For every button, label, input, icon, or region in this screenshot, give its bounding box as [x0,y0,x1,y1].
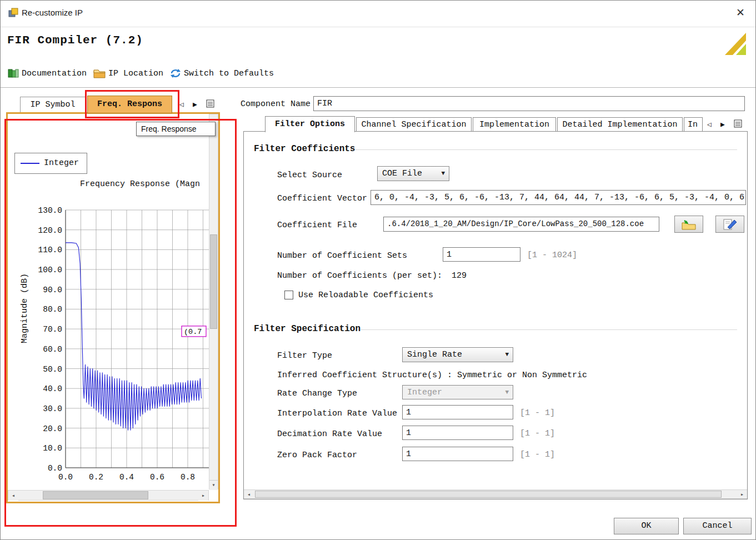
options-horizontal-scrollbar[interactable]: ◂ ▸ [244,489,747,499]
chart-horizontal-scrollbar-thumb[interactable] [43,491,148,499]
close-icon[interactable]: ✕ [736,6,745,19]
tab-implementation[interactable]: Implementation [473,117,556,132]
zero-pack-factor-label: Zero Pack Factor [277,451,357,460]
ok-button[interactable]: OK [614,518,679,534]
chevron-down-icon: ▼ [505,386,509,399]
edit-coefficient-file-button[interactable] [715,216,744,233]
chevron-down-icon: ▼ [505,348,509,362]
filter-coefficients-section-title: Filter Coefficients [254,144,355,154]
zero-pack-factor-range: [1 - 1] [520,450,555,459]
svg-text:120.0: 120.0 [38,226,62,235]
svg-text:0.4: 0.4 [119,473,134,482]
title-bar: Re-customize IP ✕ [1,1,755,27]
svg-text:50.0: 50.0 [43,365,62,374]
chart-scroll-left-icon[interactable]: ◂ [8,491,18,501]
svg-text:70.0: 70.0 [43,325,62,334]
cancel-button[interactable]: Cancel [683,518,752,534]
svg-text:(0.7: (0.7 [184,328,202,336]
num-coefficient-sets-label: Number of Coefficient Sets [277,251,407,261]
interpolation-rate-label: Interpolation Rate Value [277,409,397,418]
use-reloadable-coefficients-checkbox[interactable] [284,291,293,299]
svg-text:110.0: 110.0 [38,246,62,254]
tab-ip-symbol[interactable]: IP Symbol [20,97,86,113]
documentation-icon [7,68,19,82]
svg-text:0.6: 0.6 [150,473,164,482]
svg-text:0.8: 0.8 [181,473,195,482]
zero-pack-factor-input[interactable]: 1 [402,447,513,461]
recustomize-ip-window: { "window": { "title": "Re-customize IP"… [0,0,756,540]
toolbar-documentation[interactable]: Documentation [22,69,87,78]
freq-response-chart: 0.010.020.030.040.050.060.070.080.090.01… [34,189,209,483]
chart-vertical-scrollbar-thumb[interactable] [210,234,217,329]
freq-response-panel: Integer Frequency Response (Magn Magnitu… [6,112,220,503]
tab-freq-response[interactable]: Freq. Respons [87,96,172,113]
interpolation-rate-input[interactable]: 1 [402,405,513,419]
right-tab-list-icon[interactable] [734,119,742,131]
decimation-rate-input[interactable]: 1 [402,426,513,440]
edit-pencil-icon [723,218,737,231]
filter-type-dropdown[interactable]: Single Rate ▼ [402,347,513,362]
filter-specification-section-title: Filter Specification [254,324,361,334]
legend-label: Integer [44,158,79,168]
right-tab-next-icon[interactable]: ▶ [720,120,725,129]
svg-text:0.0: 0.0 [48,464,62,473]
browse-coefficient-file-button[interactable] [674,216,703,233]
inferred-structure-text: Inferred Coefficient Structure(s) : Symm… [277,371,587,380]
options-horizontal-scrollbar-thumb[interactable] [255,491,722,498]
svg-text:100.0: 100.0 [38,266,62,274]
window-icon [8,7,19,21]
svg-text:0.2: 0.2 [89,473,103,482]
decimation-rate-range: [1 - 1] [520,429,555,438]
toolbar-separator [1,87,755,88]
select-source-dropdown[interactable]: COE File ▼ [377,166,449,181]
chart-legend: Integer [14,153,87,174]
svg-text:0.0: 0.0 [58,473,73,482]
open-folder-icon [681,218,697,231]
window-title: Re-customize IP [22,8,83,17]
chart-scroll-down-icon[interactable]: ▾ [209,480,218,490]
toolbar-ip-location[interactable]: IP Location [108,69,163,78]
filter-options-panel: Filter Coefficients Select Source COE Fi… [243,131,748,499]
svg-text:60.0: 60.0 [43,345,62,354]
svg-text:80.0: 80.0 [43,305,62,314]
decimation-rate-label: Decimation Rate Value [277,429,382,439]
left-tab-prev-icon[interactable]: ◁ [179,100,184,109]
page-title: FIR Compiler (7.2) [7,34,143,47]
legend-line-sample [21,163,39,164]
section-divider-2 [361,329,737,330]
tab-filter-options[interactable]: Filter Options [265,116,355,132]
component-name-input[interactable]: FIR [313,96,745,111]
left-tab-list-icon[interactable] [206,99,214,111]
chart-title: Frequency Response (Magn [80,179,200,189]
svg-text:10.0: 10.0 [43,444,62,453]
tab-in-truncated[interactable]: In [684,117,703,132]
tab-channel-specification[interactable]: Channel Specification [356,117,472,132]
num-coefficient-sets-input[interactable]: 1 [443,247,520,262]
left-tab-next-icon[interactable]: ▶ [193,100,197,109]
tooltip-freq-response: Freq. Response [136,122,216,136]
options-scroll-right-icon[interactable]: ▸ [737,490,747,498]
chart-vertical-scrollbar[interactable]: ▾ [209,114,218,489]
chevron-down-icon: ▼ [441,167,445,181]
coefficient-file-label: Coefficient File [277,221,357,230]
svg-text:130.0: 130.0 [38,206,62,215]
right-tab-prev-icon[interactable]: ◁ [707,120,712,129]
toolbar: Documentation IP Location Switch to Defa… [1,64,755,87]
chart-scroll-right-icon[interactable]: ▸ [198,491,208,501]
filter-type-label: Filter Type [277,351,332,361]
rate-change-type-value: Integer [407,388,442,397]
toolbar-switch-defaults[interactable]: Switch to Defaults [184,69,274,78]
svg-text:30.0: 30.0 [43,404,62,413]
options-scroll-left-icon[interactable]: ◂ [244,490,254,498]
chart-horizontal-scrollbar[interactable]: ◂ ▸ [8,490,209,501]
switch-to-defaults-icon [169,68,182,82]
select-source-value: COE File [382,169,422,178]
num-coefficients-per-set: Number of Coefficients (per set): 129 [277,271,467,281]
num-coefficients-label: Number of Coefficients (per set): [277,271,442,281]
num-coefficient-sets-range: [1 - 1024] [527,251,577,260]
coefficient-vector-input[interactable]: 6, 0, -4, -3, 5, 6, -6, -13, 7, 44, 64, … [371,190,746,205]
tab-detailed-implementation[interactable]: Detailed Implementation [557,117,683,132]
ip-location-icon [93,68,106,82]
filter-type-value: Single Rate [407,350,462,359]
coefficient-file-input[interactable]: .6.4/2018_1_20_AM/Design/IP_Core/LowPass… [383,217,659,232]
